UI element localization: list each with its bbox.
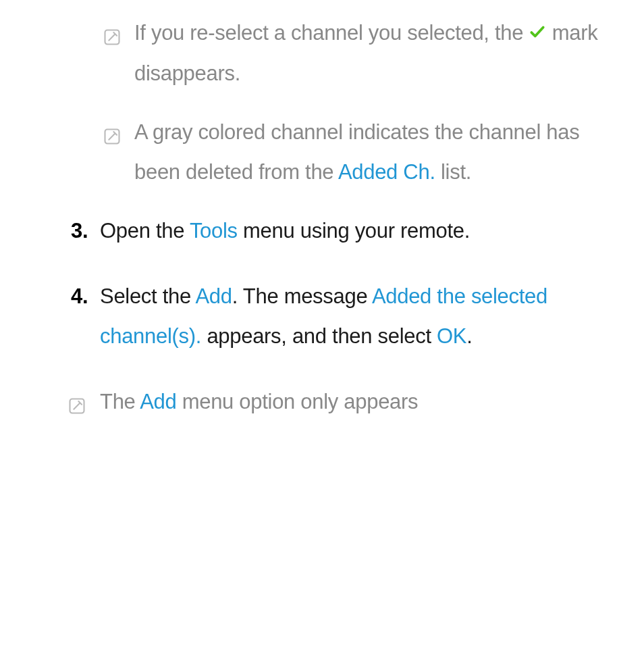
step-number: 3. [71, 211, 88, 251]
note-icon [103, 120, 122, 159]
step-text: appears, and then select [201, 324, 437, 348]
note-icon [68, 389, 86, 422]
link-add: Add [195, 284, 232, 308]
step-text: menu using your remote. [238, 219, 470, 243]
note-text-post: list. [435, 160, 471, 184]
link-ok: OK [437, 324, 466, 348]
step-text: Open the [100, 219, 190, 243]
note-icon [103, 20, 122, 60]
checkmark-icon [529, 14, 546, 54]
note-gray-channel: A gray colored channel indicates the cha… [0, 113, 644, 193]
note-text: menu option only appears [176, 390, 418, 413]
note-text: The [100, 390, 140, 413]
step-text: . The message [232, 284, 372, 308]
note-text-pre: If you re-select a channel you selected,… [134, 21, 529, 45]
note-reselect-channel: If you re-select a channel you selected,… [0, 14, 644, 94]
step-text: . [466, 324, 472, 348]
step-4: 4. Select the Add. The message Added the… [0, 277, 644, 357]
step-text: Select the [100, 284, 195, 308]
link-tools: Tools [190, 219, 238, 243]
note-add-menu: The Add menu option only appears [0, 382, 644, 422]
step-3: 3. Open the Tools menu using your remote… [0, 211, 644, 251]
link-add: Add [140, 390, 176, 413]
link-added-ch: Added Ch. [338, 160, 435, 184]
step-number: 4. [71, 277, 88, 317]
